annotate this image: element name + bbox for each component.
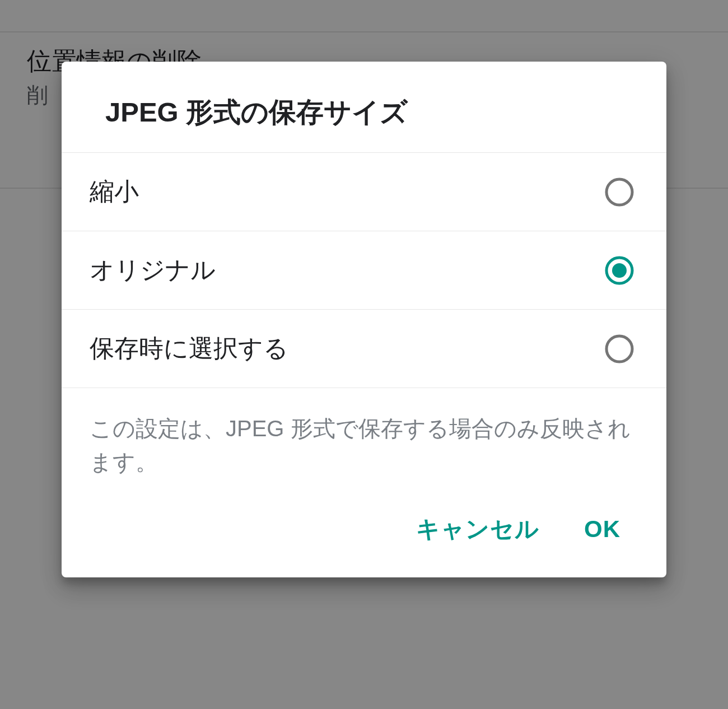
dialog-actions: キャンセル OK [62,484,666,577]
option-choose-on-save[interactable]: 保存時に選択する [62,309,666,388]
ok-button[interactable]: OK [584,514,620,545]
cancel-button[interactable]: キャンセル [416,514,539,545]
radio-off-icon [604,176,635,208]
dialog-title: JPEG 形式の保存サイズ [62,62,666,152]
jpeg-save-size-dialog: JPEG 形式の保存サイズ 縮小 オリジナル 保存時に選択する この設定は、JP… [62,62,666,577]
option-label: オリジナル [90,254,216,287]
radio-off-icon [604,333,635,365]
option-label: 縮小 [90,175,139,208]
option-label: 保存時に選択する [90,332,288,365]
svg-point-2 [612,263,627,278]
svg-point-0 [606,179,632,205]
dialog-helper-text: この設定は、JPEG 形式で保存する場合のみ反映されます。 [62,388,666,484]
radio-on-icon [604,255,635,286]
option-original[interactable]: オリジナル [62,231,666,309]
svg-point-3 [606,336,632,362]
option-shrink[interactable]: 縮小 [62,152,666,231]
